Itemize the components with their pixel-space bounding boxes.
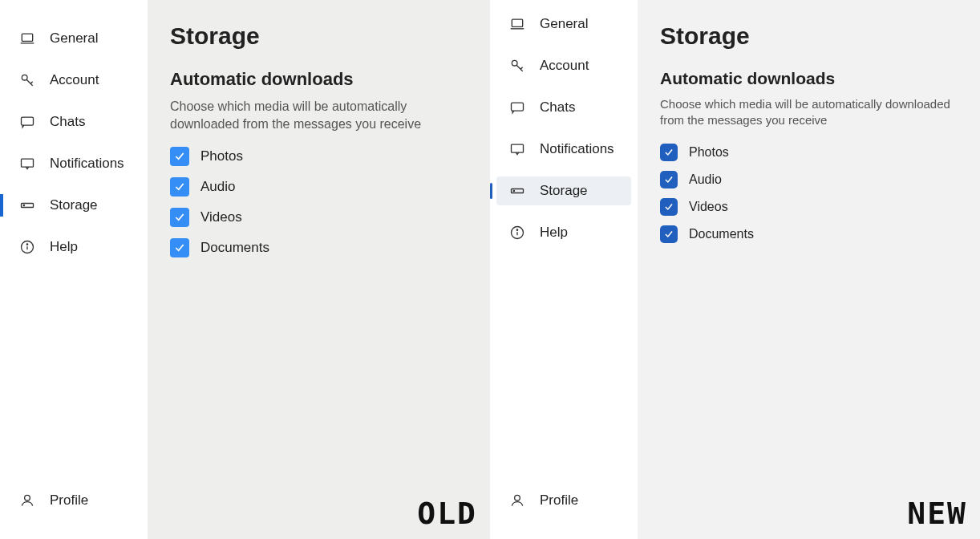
sidebar-item-label: Notifications [50, 156, 124, 172]
notification-icon [19, 156, 35, 172]
tag-old: OLD [417, 496, 477, 531]
sidebar-item-general[interactable]: General [6, 24, 141, 53]
svg-rect-5 [22, 117, 34, 125]
person-icon [19, 492, 35, 509]
svg-rect-18 [512, 103, 524, 111]
checkbox-label: Documents [689, 227, 754, 241]
checkbox-box[interactable] [170, 147, 189, 166]
content-panel-new: Storage Automatic downloads Choose which… [638, 0, 980, 539]
section-title: Automatic downloads [660, 69, 958, 88]
checkbox-box[interactable] [170, 177, 189, 197]
chat-icon [19, 114, 35, 130]
page-title: Storage [170, 22, 468, 50]
svg-rect-13 [512, 19, 522, 26]
checkbox-label: Audio [200, 179, 235, 195]
svg-point-15 [512, 60, 517, 66]
section-description: Choose which media will be automatically… [170, 98, 467, 132]
key-icon [509, 58, 525, 74]
checkbox-documents[interactable]: Documents [660, 225, 958, 243]
sidebar-item-profile[interactable]: Profile [6, 486, 141, 515]
sidebar-item-label: Storage [50, 197, 98, 213]
sidebar-item-label: Profile [540, 492, 578, 509]
sidebar-item-chats[interactable]: Chats [6, 107, 141, 136]
sidebar-item-notifications[interactable]: Notifications [6, 149, 141, 178]
laptop-icon [509, 16, 525, 32]
chat-icon [509, 99, 525, 116]
sidebar-item-label: Account [50, 72, 99, 88]
section-description: Choose which media will be automatically… [660, 96, 957, 129]
svg-point-12 [25, 495, 30, 500]
checkbox-photos[interactable]: Photos [170, 147, 468, 166]
svg-rect-19 [512, 144, 524, 152]
sidebar-item-label: Chats [540, 99, 575, 116]
checkbox-box[interactable] [660, 225, 678, 243]
sidebar-item-label: Notifications [540, 141, 614, 157]
sidebar-item-label: Help [540, 225, 568, 241]
sidebar-item-label: Chats [50, 114, 85, 130]
sidebar-item-profile[interactable]: Profile [496, 486, 631, 515]
checkbox-photos[interactable]: Photos [660, 144, 958, 161]
svg-point-21 [513, 190, 514, 191]
info-icon [509, 225, 525, 241]
sidebar-item-storage[interactable]: Storage [496, 176, 631, 205]
checkbox-box[interactable] [170, 208, 189, 227]
checkbox-label: Photos [200, 148, 243, 164]
key-icon [19, 72, 35, 88]
svg-line-4 [30, 82, 32, 84]
info-icon [19, 239, 35, 255]
svg-rect-6 [22, 159, 34, 167]
svg-line-17 [520, 67, 523, 70]
notification-icon [509, 141, 525, 157]
checkbox-label: Audio [689, 172, 722, 187]
page-title: Storage [660, 22, 958, 50]
checkbox-label: Photos [689, 145, 729, 160]
svg-point-2 [22, 75, 27, 80]
laptop-icon [19, 30, 35, 47]
sidebar-item-notifications[interactable]: Notifications [496, 135, 631, 164]
sidebar-item-help[interactable]: Help [6, 233, 141, 261]
svg-point-25 [515, 495, 520, 500]
person-icon [509, 492, 525, 509]
sidebar-item-general[interactable]: General [496, 10, 631, 38]
tag-new: NEW [907, 496, 967, 531]
sidebar-item-label: Account [540, 58, 589, 74]
sidebar-old: General Account Chats Notifications Stor… [0, 0, 148, 539]
checkbox-label: Videos [689, 200, 728, 214]
section-title: Automatic downloads [170, 69, 468, 90]
sidebar-item-label: Profile [50, 492, 88, 509]
checkbox-box[interactable] [660, 144, 678, 161]
svg-point-8 [23, 205, 24, 205]
checkbox-label: Videos [200, 209, 242, 225]
checkbox-documents[interactable]: Documents [170, 238, 468, 257]
svg-point-24 [516, 229, 517, 230]
storage-icon [19, 197, 35, 213]
sidebar-item-account[interactable]: Account [496, 51, 631, 80]
checkbox-box[interactable] [660, 198, 678, 216]
checkbox-audio[interactable]: Audio [660, 171, 958, 188]
sidebar-item-label: General [50, 30, 98, 47]
checkbox-label: Documents [200, 240, 269, 256]
sidebar-item-label: Help [50, 239, 78, 255]
checkbox-audio[interactable]: Audio [170, 177, 468, 197]
sidebar-item-label: Storage [540, 183, 588, 199]
svg-rect-0 [22, 34, 32, 41]
checkbox-box[interactable] [660, 171, 678, 188]
sidebar-item-chats[interactable]: Chats [496, 93, 631, 122]
content-panel-old: Storage Automatic downloads Choose which… [148, 0, 490, 539]
checkbox-box[interactable] [170, 238, 189, 257]
sidebar-item-help[interactable]: Help [496, 218, 631, 247]
sidebar-new: General Account Chats Notifications Stor… [490, 0, 638, 539]
storage-icon [509, 183, 525, 199]
checkbox-videos[interactable]: Videos [170, 208, 468, 227]
sidebar-item-label: General [540, 16, 588, 32]
sidebar-item-storage[interactable]: Storage [6, 191, 141, 220]
svg-point-11 [26, 244, 27, 245]
sidebar-item-account[interactable]: Account [6, 66, 141, 95]
checkbox-videos[interactable]: Videos [660, 198, 958, 216]
